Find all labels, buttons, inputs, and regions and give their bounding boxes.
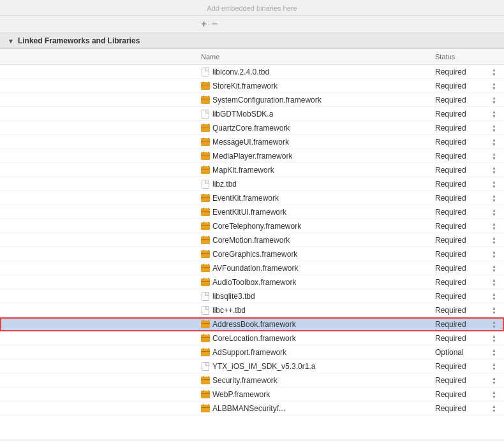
- stepper-up[interactable]: ▲: [492, 404, 496, 408]
- table-row[interactable]: libc++.tbd Required ▲ ▼: [0, 303, 504, 317]
- table-row[interactable]: EventKitUI.framework Required ▲ ▼: [0, 205, 504, 219]
- status-stepper[interactable]: ▲ ▼: [492, 68, 496, 76]
- stepper-up[interactable]: ▲: [492, 166, 496, 170]
- status-stepper[interactable]: ▲ ▼: [492, 320, 496, 329]
- status-stepper[interactable]: ▲ ▼: [492, 334, 496, 343]
- status-stepper[interactable]: ▲ ▼: [492, 404, 496, 413]
- status-stepper[interactable]: ▲ ▼: [492, 348, 496, 357]
- status-stepper[interactable]: ▲ ▼: [492, 82, 496, 90]
- table-row[interactable]: MessageUI.framework Required ▲ ▼: [0, 135, 504, 149]
- stepper-down[interactable]: ▼: [492, 114, 496, 119]
- stepper-up[interactable]: ▲: [492, 250, 496, 254]
- table-row[interactable]: libGDTMobSDK.a Required ▲ ▼: [0, 107, 504, 121]
- stepper-up[interactable]: ▲: [492, 96, 496, 100]
- stepper-down[interactable]: ▼: [492, 86, 496, 90]
- status-stepper[interactable]: ▲ ▼: [492, 376, 496, 385]
- stepper-up[interactable]: ▲: [492, 306, 496, 310]
- stepper-up[interactable]: ▲: [492, 362, 496, 366]
- table-row[interactable]: libz.tbd Required ▲ ▼: [0, 177, 504, 191]
- table-row[interactable]: AddressBook.framework Required ▲ ▼: [0, 317, 504, 331]
- stepper-up[interactable]: ▲: [492, 194, 496, 198]
- stepper-up[interactable]: ▲: [492, 334, 496, 338]
- status-stepper[interactable]: ▲ ▼: [492, 138, 496, 147]
- table-row[interactable]: AVFoundation.framework Required ▲ ▼: [0, 261, 504, 275]
- status-stepper[interactable]: ▲ ▼: [492, 180, 496, 189]
- stepper-down[interactable]: ▼: [492, 226, 496, 231]
- status-stepper[interactable]: ▲ ▼: [492, 110, 496, 119]
- stepper-up[interactable]: ▲: [492, 292, 496, 296]
- table-row[interactable]: StoreKit.framework Required ▲ ▼: [0, 79, 504, 93]
- stepper-down[interactable]: ▼: [492, 212, 496, 217]
- status-stepper[interactable]: ▲ ▼: [492, 236, 496, 245]
- status-stepper[interactable]: ▲ ▼: [492, 96, 496, 105]
- status-stepper[interactable]: ▲ ▼: [492, 362, 496, 371]
- stepper-up[interactable]: ▲: [492, 390, 496, 394]
- status-stepper[interactable]: ▲ ▼: [492, 194, 496, 203]
- status-stepper[interactable]: ▲ ▼: [492, 264, 496, 273]
- table-row[interactable]: YTX_iOS_IM_SDK_v5.3.0r1.a Required ▲ ▼: [0, 359, 504, 373]
- table-row[interactable]: Security.framework Required ▲ ▼: [0, 373, 504, 387]
- stepper-down[interactable]: ▼: [492, 352, 496, 357]
- stepper-up[interactable]: ▲: [492, 236, 496, 240]
- status-stepper[interactable]: ▲ ▼: [492, 306, 496, 315]
- stepper-down[interactable]: ▼: [492, 366, 496, 371]
- table-row[interactable]: libsqlite3.tbd Required ▲ ▼: [0, 289, 504, 303]
- stepper-down[interactable]: ▼: [492, 240, 496, 245]
- stepper-up[interactable]: ▲: [492, 320, 496, 324]
- stepper-down[interactable]: ▼: [492, 310, 496, 315]
- stepper-up[interactable]: ▲: [492, 264, 496, 268]
- stepper-down[interactable]: ▼: [492, 338, 496, 343]
- stepper-down[interactable]: ▼: [492, 184, 496, 189]
- stepper-down[interactable]: ▼: [492, 142, 496, 147]
- stepper-up[interactable]: ▲: [492, 278, 496, 282]
- status-stepper[interactable]: ▲ ▼: [492, 152, 496, 161]
- status-stepper[interactable]: ▲ ▼: [492, 292, 496, 301]
- add-button[interactable]: +: [201, 18, 207, 29]
- stepper-up[interactable]: ▲: [492, 124, 496, 128]
- status-stepper[interactable]: ▲ ▼: [492, 166, 496, 175]
- table-row[interactable]: EventKit.framework Required ▲ ▼: [0, 191, 504, 205]
- stepper-down[interactable]: ▼: [492, 408, 496, 413]
- stepper-down[interactable]: ▼: [492, 156, 496, 161]
- stepper-up[interactable]: ▲: [492, 138, 496, 142]
- stepper-up[interactable]: ▲: [492, 152, 496, 156]
- stepper-up[interactable]: ▲: [492, 208, 496, 212]
- remove-button[interactable]: −: [212, 18, 218, 29]
- stepper-down[interactable]: ▼: [492, 72, 496, 76]
- table-row[interactable]: CoreMotion.framework Required ▲ ▼: [0, 233, 504, 247]
- stepper-down[interactable]: ▼: [492, 254, 496, 259]
- stepper-down[interactable]: ▼: [492, 198, 496, 203]
- stepper-up[interactable]: ▲: [492, 180, 496, 184]
- stepper-up[interactable]: ▲: [492, 110, 496, 114]
- stepper-up[interactable]: ▲: [492, 68, 496, 72]
- table-row[interactable]: ALBBMANSecurityf... Required ▲ ▼: [0, 401, 504, 416]
- stepper-down[interactable]: ▼: [492, 282, 496, 287]
- table-row[interactable]: libiconv.2.4.0.tbd Required ▲ ▼: [0, 65, 504, 79]
- table-row[interactable]: CoreTelephony.framework Required ▲ ▼: [0, 219, 504, 233]
- table-row[interactable]: AdSupport.framework Optional ▲ ▼: [0, 345, 504, 359]
- stepper-down[interactable]: ▼: [492, 324, 496, 329]
- stepper-down[interactable]: ▼: [492, 296, 496, 301]
- status-stepper[interactable]: ▲ ▼: [492, 390, 496, 399]
- stepper-up[interactable]: ▲: [492, 376, 496, 380]
- table-row[interactable]: AudioToolbox.framework Required ▲ ▼: [0, 275, 504, 289]
- stepper-up[interactable]: ▲: [492, 222, 496, 226]
- section-header[interactable]: ▼ Linked Frameworks and Libraries: [0, 33, 504, 49]
- stepper-up[interactable]: ▲: [492, 82, 496, 86]
- stepper-up[interactable]: ▲: [492, 348, 496, 352]
- table-row[interactable]: QuartzCore.framework Required ▲ ▼: [0, 121, 504, 135]
- stepper-down[interactable]: ▼: [492, 268, 496, 273]
- stepper-down[interactable]: ▼: [492, 100, 496, 105]
- stepper-down[interactable]: ▼: [492, 380, 496, 385]
- status-stepper[interactable]: ▲ ▼: [492, 278, 496, 287]
- stepper-down[interactable]: ▼: [492, 128, 496, 133]
- status-stepper[interactable]: ▲ ▼: [492, 208, 496, 217]
- table-row[interactable]: MediaPlayer.framework Required ▲ ▼: [0, 149, 504, 163]
- status-stepper[interactable]: ▲ ▼: [492, 250, 496, 259]
- table-row[interactable]: CoreLocation.framework Required ▲ ▼: [0, 331, 504, 345]
- status-stepper[interactable]: ▲ ▼: [492, 222, 496, 231]
- table-row[interactable]: SystemConfiguration.framework Required ▲…: [0, 93, 504, 107]
- table-row[interactable]: WebP.framework Required ▲ ▼: [0, 387, 504, 401]
- stepper-down[interactable]: ▼: [492, 394, 496, 399]
- table-row[interactable]: MapKit.framework Required ▲ ▼: [0, 163, 504, 177]
